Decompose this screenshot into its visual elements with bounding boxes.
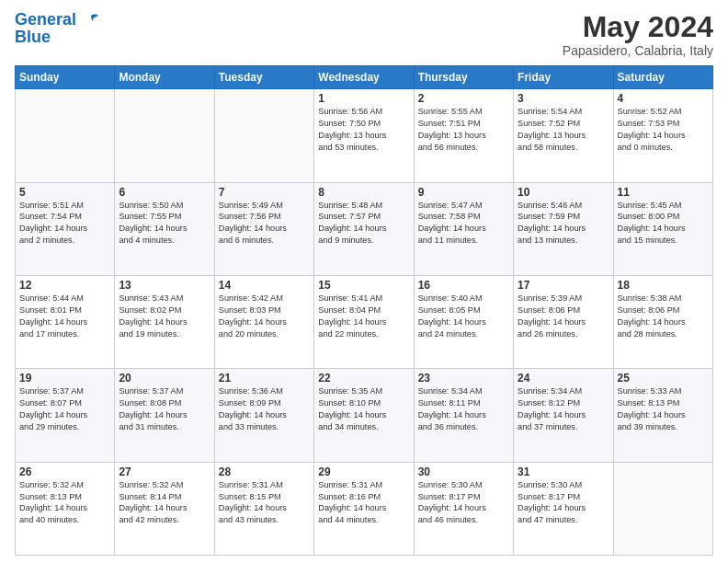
calendar-cell <box>115 89 214 182</box>
title-block: May 2024 Papasidero, Calabria, Italy <box>563 11 713 58</box>
calendar-cell: 11Sunrise: 5:45 AMSunset: 8:00 PMDayligh… <box>613 182 712 275</box>
day-info: Sunrise: 5:32 AMSunset: 8:13 PMDaylight:… <box>19 479 110 527</box>
day-info: Sunrise: 5:43 AMSunset: 8:02 PMDaylight:… <box>119 293 210 340</box>
calendar-week-row: 12Sunrise: 5:44 AMSunset: 8:01 PMDayligh… <box>16 275 713 368</box>
calendar-cell: 4Sunrise: 5:52 AMSunset: 7:53 PMDaylight… <box>613 89 712 182</box>
calendar-cell: 1Sunrise: 5:56 AMSunset: 7:50 PMDaylight… <box>314 89 414 182</box>
calendar-cell: 28Sunrise: 5:31 AMSunset: 8:15 PMDayligh… <box>214 462 313 555</box>
day-info: Sunrise: 5:30 AMSunset: 8:17 PMDaylight:… <box>418 479 509 527</box>
day-info: Sunrise: 5:42 AMSunset: 8:03 PMDaylight:… <box>219 293 310 340</box>
weekday-header: Tuesday <box>214 66 313 89</box>
day-number: 18 <box>618 279 709 292</box>
day-number: 4 <box>618 92 709 105</box>
calendar-cell: 5Sunrise: 5:51 AMSunset: 7:54 PMDaylight… <box>16 182 115 275</box>
day-info: Sunrise: 5:54 AMSunset: 7:52 PMDaylight:… <box>518 106 609 154</box>
calendar-week-row: 26Sunrise: 5:32 AMSunset: 8:13 PMDayligh… <box>16 462 713 555</box>
day-number: 13 <box>119 279 210 292</box>
day-info: Sunrise: 5:31 AMSunset: 8:15 PMDaylight:… <box>219 479 310 527</box>
day-number: 22 <box>318 372 409 385</box>
weekday-header: Friday <box>514 66 613 89</box>
day-info: Sunrise: 5:41 AMSunset: 8:04 PMDaylight:… <box>318 293 409 340</box>
calendar-cell: 16Sunrise: 5:40 AMSunset: 8:05 PMDayligh… <box>414 275 513 368</box>
day-number: 26 <box>19 465 110 478</box>
calendar-cell: 27Sunrise: 5:32 AMSunset: 8:14 PMDayligh… <box>115 462 214 555</box>
calendar-cell: 6Sunrise: 5:50 AMSunset: 7:55 PMDaylight… <box>115 182 214 275</box>
day-number: 6 <box>119 186 210 199</box>
day-info: Sunrise: 5:33 AMSunset: 8:13 PMDaylight:… <box>618 385 709 433</box>
page: General Blue May 2024 Papasidero, Calabr… <box>0 0 728 563</box>
calendar-cell: 19Sunrise: 5:37 AMSunset: 8:07 PMDayligh… <box>16 369 115 462</box>
calendar-week-row: 5Sunrise: 5:51 AMSunset: 7:54 PMDaylight… <box>16 182 713 275</box>
weekday-header: Sunday <box>16 66 115 89</box>
logo-blue: Blue <box>15 28 100 47</box>
calendar-cell: 2Sunrise: 5:55 AMSunset: 7:51 PMDaylight… <box>414 89 513 182</box>
calendar-cell: 29Sunrise: 5:31 AMSunset: 8:16 PMDayligh… <box>314 462 414 555</box>
calendar-cell: 15Sunrise: 5:41 AMSunset: 8:04 PMDayligh… <box>314 275 414 368</box>
day-number: 31 <box>518 465 609 478</box>
day-info: Sunrise: 5:34 AMSunset: 8:11 PMDaylight:… <box>418 385 509 433</box>
weekday-header: Monday <box>115 66 214 89</box>
day-number: 25 <box>618 372 709 385</box>
day-info: Sunrise: 5:50 AMSunset: 7:55 PMDaylight:… <box>119 200 210 247</box>
day-info: Sunrise: 5:45 AMSunset: 8:00 PMDaylight:… <box>618 200 709 247</box>
day-info: Sunrise: 5:32 AMSunset: 8:14 PMDaylight:… <box>119 479 210 527</box>
day-number: 3 <box>518 92 609 105</box>
day-number: 28 <box>219 465 310 478</box>
day-number: 27 <box>119 465 210 478</box>
day-number: 30 <box>418 465 509 478</box>
calendar-cell <box>613 462 712 555</box>
day-info: Sunrise: 5:38 AMSunset: 8:06 PMDaylight:… <box>618 293 709 340</box>
calendar-cell: 3Sunrise: 5:54 AMSunset: 7:52 PMDaylight… <box>514 89 613 182</box>
calendar-cell: 14Sunrise: 5:42 AMSunset: 8:03 PMDayligh… <box>214 275 313 368</box>
weekday-header-row: SundayMondayTuesdayWednesdayThursdayFrid… <box>16 66 713 89</box>
day-number: 29 <box>318 465 409 478</box>
day-info: Sunrise: 5:35 AMSunset: 8:10 PMDaylight:… <box>318 385 409 433</box>
calendar-cell: 8Sunrise: 5:48 AMSunset: 7:57 PMDaylight… <box>314 182 414 275</box>
calendar-cell: 20Sunrise: 5:37 AMSunset: 8:08 PMDayligh… <box>115 369 214 462</box>
day-info: Sunrise: 5:30 AMSunset: 8:17 PMDaylight:… <box>518 479 609 527</box>
calendar-cell: 18Sunrise: 5:38 AMSunset: 8:06 PMDayligh… <box>613 275 712 368</box>
header: General Blue May 2024 Papasidero, Calabr… <box>15 11 713 58</box>
day-number: 16 <box>418 279 509 292</box>
day-number: 23 <box>418 372 509 385</box>
logo: General Blue <box>15 11 100 47</box>
calendar-cell: 17Sunrise: 5:39 AMSunset: 8:06 PMDayligh… <box>514 275 613 368</box>
calendar-cell: 7Sunrise: 5:49 AMSunset: 7:56 PMDaylight… <box>214 182 313 275</box>
calendar-cell <box>214 89 313 182</box>
calendar-cell: 24Sunrise: 5:34 AMSunset: 8:12 PMDayligh… <box>514 369 613 462</box>
day-info: Sunrise: 5:34 AMSunset: 8:12 PMDaylight:… <box>518 385 609 433</box>
day-info: Sunrise: 5:31 AMSunset: 8:16 PMDaylight:… <box>318 479 409 527</box>
day-info: Sunrise: 5:37 AMSunset: 8:08 PMDaylight:… <box>119 385 210 433</box>
calendar-cell: 31Sunrise: 5:30 AMSunset: 8:17 PMDayligh… <box>514 462 613 555</box>
logo-bird-icon <box>82 14 100 27</box>
calendar-week-row: 19Sunrise: 5:37 AMSunset: 8:07 PMDayligh… <box>16 369 713 462</box>
day-info: Sunrise: 5:40 AMSunset: 8:05 PMDaylight:… <box>418 293 509 340</box>
day-info: Sunrise: 5:44 AMSunset: 8:01 PMDaylight:… <box>19 293 110 340</box>
calendar-week-row: 1Sunrise: 5:56 AMSunset: 7:50 PMDaylight… <box>16 89 713 182</box>
day-number: 20 <box>119 372 210 385</box>
day-info: Sunrise: 5:48 AMSunset: 7:57 PMDaylight:… <box>318 200 409 247</box>
calendar-cell: 30Sunrise: 5:30 AMSunset: 8:17 PMDayligh… <box>414 462 513 555</box>
day-info: Sunrise: 5:52 AMSunset: 7:53 PMDaylight:… <box>618 106 709 154</box>
day-number: 11 <box>618 186 709 199</box>
day-number: 15 <box>318 279 409 292</box>
day-number: 12 <box>19 279 110 292</box>
day-number: 2 <box>418 92 509 105</box>
calendar-cell: 10Sunrise: 5:46 AMSunset: 7:59 PMDayligh… <box>514 182 613 275</box>
calendar-cell: 22Sunrise: 5:35 AMSunset: 8:10 PMDayligh… <box>314 369 414 462</box>
calendar-cell: 21Sunrise: 5:36 AMSunset: 8:09 PMDayligh… <box>214 369 313 462</box>
day-info: Sunrise: 5:51 AMSunset: 7:54 PMDaylight:… <box>19 200 110 247</box>
location: Papasidero, Calabria, Italy <box>563 43 713 58</box>
month-title: May 2024 <box>563 11 713 43</box>
day-number: 8 <box>318 186 409 199</box>
weekday-header: Saturday <box>613 66 712 89</box>
day-info: Sunrise: 5:46 AMSunset: 7:59 PMDaylight:… <box>518 200 609 247</box>
day-info: Sunrise: 5:56 AMSunset: 7:50 PMDaylight:… <box>318 106 409 154</box>
day-number: 9 <box>418 186 509 199</box>
calendar-cell <box>16 89 115 182</box>
calendar-table: SundayMondayTuesdayWednesdayThursdayFrid… <box>15 65 713 556</box>
day-number: 24 <box>518 372 609 385</box>
calendar-cell: 25Sunrise: 5:33 AMSunset: 8:13 PMDayligh… <box>613 369 712 462</box>
calendar-cell: 23Sunrise: 5:34 AMSunset: 8:11 PMDayligh… <box>414 369 513 462</box>
day-info: Sunrise: 5:37 AMSunset: 8:07 PMDaylight:… <box>19 385 110 433</box>
